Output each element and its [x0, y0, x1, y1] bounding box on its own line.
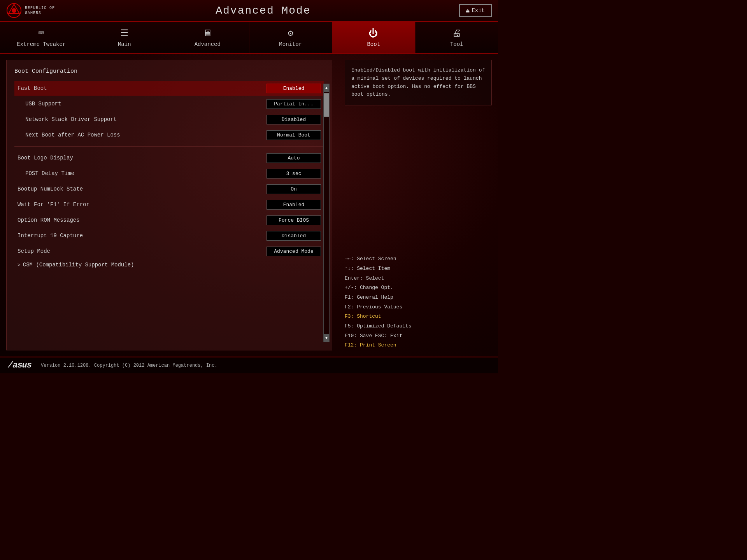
shortcut-f3: F3: Shortcut	[345, 312, 492, 322]
setting-row-numlock[interactable]: Bootup NumLock State On	[14, 182, 324, 196]
option-rom-value[interactable]: Force BIOS	[267, 215, 321, 225]
description-box: Enabled/Disabled boot with initializatio…	[345, 60, 492, 105]
tab-tool-label: Tool	[450, 41, 463, 47]
scroll-down-button[interactable]: ▼	[324, 334, 329, 342]
svg-point-2	[12, 8, 16, 13]
wait-f1-value[interactable]: Enabled	[267, 200, 321, 210]
csm-label: CSM (Compatibility Support Module)	[23, 262, 134, 268]
numlock-label: Bootup NumLock State	[18, 186, 83, 192]
left-panel: Boot Configuration Fast Boot Enabled USB…	[0, 54, 338, 357]
setup-mode-value[interactable]: Advanced Mode	[267, 247, 321, 256]
setting-row-usb-support[interactable]: USB Support Partial In...	[14, 96, 324, 111]
content-area: Boot Configuration Fast Boot Enabled USB…	[0, 54, 498, 357]
interrupt19-value[interactable]: Disabled	[267, 231, 321, 241]
rog-logo: REPUBLIC OF GAMERS	[6, 3, 55, 18]
footer-version: Version 2.10.1208. Copyright (C) 2012 Am…	[41, 363, 217, 368]
interrupt19-label: Interrupt 19 Capture	[18, 233, 83, 239]
csm-row[interactable]: > CSM (Compatibility Support Module)	[14, 259, 324, 270]
setting-row-interrupt19[interactable]: Interrupt 19 Capture Disabled	[14, 228, 324, 243]
option-rom-label: Option ROM Messages	[18, 217, 80, 223]
next-boot-label: Next Boot after AC Power Loss	[18, 132, 120, 138]
scroll-up-button[interactable]: ▲	[324, 84, 329, 92]
settings-list: Fast Boot Enabled USB Support Partial In…	[14, 81, 324, 270]
network-stack-label: Network Stack Driver Support	[18, 116, 117, 122]
settings-container: Boot Configuration Fast Boot Enabled USB…	[6, 60, 332, 350]
asus-logo: /asus	[8, 360, 32, 370]
tab-extreme-tweaker[interactable]: ⌨ Extreme Tweaker	[0, 22, 83, 53]
setting-row-post-delay[interactable]: POST Delay Time 3 sec	[14, 166, 324, 181]
setting-row-fast-boot[interactable]: Fast Boot Enabled	[14, 81, 324, 96]
shortcuts-box: →←: Select Screen ↑↓: Select Item Enter:…	[345, 112, 492, 350]
tool-icon: 🖨	[452, 28, 461, 39]
setting-row-option-rom[interactable]: Option ROM Messages Force BIOS	[14, 213, 324, 228]
tab-extreme-tweaker-label: Extreme Tweaker	[17, 41, 66, 47]
monitor-icon: ⚙	[288, 28, 293, 39]
setting-row-network-stack[interactable]: Network Stack Driver Support Disabled	[14, 112, 324, 127]
network-stack-value[interactable]: Disabled	[267, 115, 321, 124]
tab-tool[interactable]: 🖨 Tool	[416, 22, 498, 53]
header-title: Advanced Mode	[67, 5, 459, 17]
csm-arrow-icon: >	[18, 262, 21, 268]
section-title: Boot Configuration	[14, 68, 324, 75]
nav-tabs: ⌨ Extreme Tweaker ☰ Main 🖥 Advanced ⚙ Mo…	[0, 22, 498, 54]
divider-1	[14, 146, 324, 147]
setting-row-wait-f1[interactable]: Wait For 'F1' If Error Enabled	[14, 197, 324, 212]
next-boot-value[interactable]: Normal Boot	[267, 130, 321, 140]
footer: /asus Version 2.10.1208. Copyright (C) 2…	[0, 357, 498, 373]
shortcut-f10-esc: F10: Save ESC: Exit	[345, 331, 492, 341]
fast-boot-label: Fast Boot	[18, 85, 47, 91]
shortcut-select-screen: →←: Select Screen	[345, 254, 492, 264]
fast-boot-value[interactable]: Enabled	[267, 84, 321, 93]
usb-support-label: USB Support	[18, 101, 61, 107]
shortcut-change-opt: +/-: Change Opt.	[345, 283, 492, 293]
shortcut-f12: F12: Print Screen	[345, 341, 492, 350]
shortcut-f1: F1: General Help	[345, 293, 492, 303]
tab-advanced[interactable]: 🖥 Advanced	[166, 22, 249, 53]
wait-f1-label: Wait For 'F1' If Error	[18, 201, 89, 208]
tab-monitor-label: Monitor	[279, 41, 302, 47]
description-text: Enabled/Disabled boot with initializatio…	[351, 66, 485, 99]
extreme-tweaker-icon: ⌨	[39, 28, 44, 39]
shortcut-select-item: ↑↓: Select Item	[345, 264, 492, 274]
exit-icon: ⏏	[466, 7, 469, 14]
header: REPUBLIC OF GAMERS Advanced Mode ⏏ Exit	[0, 0, 498, 22]
boot-logo-value[interactable]: Auto	[267, 153, 321, 163]
tab-main-label: Main	[118, 41, 131, 47]
tab-advanced-label: Advanced	[195, 41, 221, 47]
main-icon: ☰	[120, 28, 129, 39]
exit-label: Exit	[472, 7, 485, 14]
setting-row-boot-logo[interactable]: Boot Logo Display Auto	[14, 150, 324, 165]
scrollbar-thumb[interactable]	[324, 93, 329, 117]
post-delay-value[interactable]: 3 sec	[267, 169, 321, 178]
shortcut-f2: F2: Previous Values	[345, 303, 492, 312]
shortcut-enter-select: Enter: Select	[345, 274, 492, 284]
right-panel: Enabled/Disabled boot with initializatio…	[338, 54, 498, 357]
rog-line1: REPUBLIC OF	[25, 5, 55, 10]
tab-boot[interactable]: ⏻ Boot	[332, 22, 416, 53]
boot-icon: ⏻	[369, 28, 378, 39]
boot-logo-label: Boot Logo Display	[18, 155, 73, 161]
setting-row-setup-mode[interactable]: Setup Mode Advanced Mode	[14, 244, 324, 259]
scrollbar[interactable]: ▲ ▼	[323, 84, 330, 342]
advanced-icon: 🖥	[203, 28, 212, 39]
usb-support-value[interactable]: Partial In...	[267, 99, 321, 109]
setting-row-next-boot[interactable]: Next Boot after AC Power Loss Normal Boo…	[14, 128, 324, 142]
tab-main[interactable]: ☰ Main	[83, 22, 167, 53]
rog-logo-icon	[6, 3, 22, 18]
shortcut-f5: F5: Optimized Defaults	[345, 322, 492, 331]
setup-mode-label: Setup Mode	[18, 248, 50, 254]
post-delay-label: POST Delay Time	[18, 170, 74, 177]
tab-boot-label: Boot	[367, 41, 380, 47]
exit-button[interactable]: ⏏ Exit	[459, 4, 492, 17]
tab-monitor[interactable]: ⚙ Monitor	[249, 22, 333, 53]
rog-line2: GAMERS	[25, 10, 55, 16]
numlock-value[interactable]: On	[267, 184, 321, 194]
